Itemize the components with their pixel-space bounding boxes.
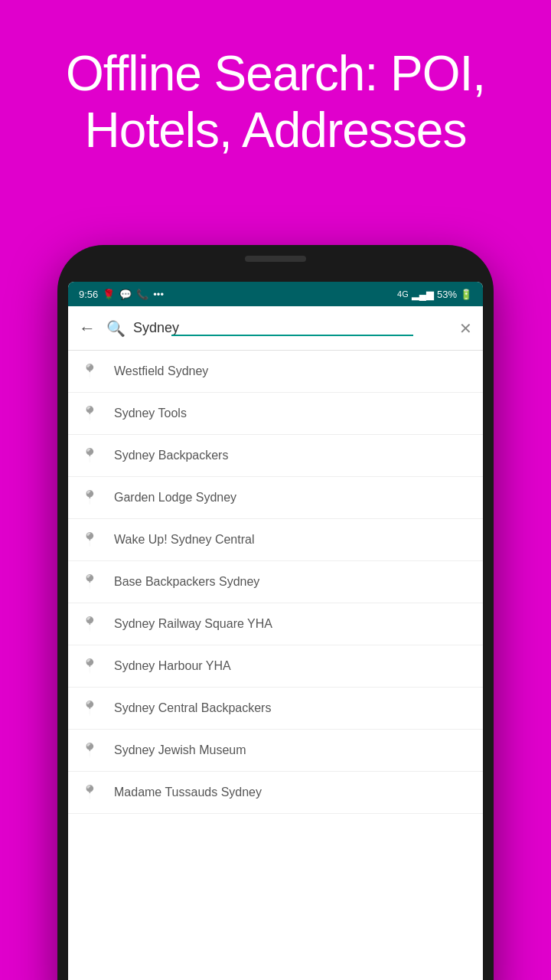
location-pin-icon: 📍: [80, 531, 99, 548]
location-pin-icon: 📍: [80, 616, 99, 632]
location-pin-icon: 📍: [80, 700, 99, 717]
list-item[interactable]: 📍Sydney Tools: [68, 393, 483, 435]
location-pin-icon: 📍: [80, 742, 99, 759]
results-list: 📍Westfield Sydney📍Sydney Tools📍Sydney Ba…: [68, 351, 483, 980]
message-icon: 💬: [119, 289, 132, 300]
result-name-label: Sydney Harbour YHA: [114, 659, 231, 673]
clear-button[interactable]: ✕: [459, 319, 472, 338]
location-pin-icon: 📍: [80, 363, 99, 380]
phone-mockup: 9:56 🌹 💬 📞 ••• 4G ▂▄▆ 53% 🔋 ← 🔍: [57, 245, 494, 980]
battery-text: 53%: [437, 289, 457, 300]
location-pin-icon: 📍: [80, 405, 99, 422]
status-time: 9:56: [79, 289, 98, 300]
list-item[interactable]: 📍Base Backpackers Sydney: [68, 561, 483, 603]
result-name-label: Sydney Tools: [114, 407, 187, 420]
list-item[interactable]: 📍Wake Up! Sydney Central: [68, 519, 483, 561]
list-item[interactable]: 📍Westfield Sydney: [68, 351, 483, 393]
result-name-label: Sydney Railway Square YHA: [114, 617, 272, 631]
result-name-label: Sydney Jewish Museum: [114, 743, 246, 757]
location-pin-icon: 📍: [80, 447, 99, 464]
signal-icon: ▂▄▆: [412, 289, 434, 300]
result-name-label: Wake Up! Sydney Central: [114, 533, 254, 547]
list-item[interactable]: 📍Sydney Backpackers: [68, 435, 483, 477]
phone-icon: 📞: [136, 289, 148, 300]
list-item[interactable]: 📍Sydney Harbour YHA: [68, 645, 483, 688]
search-input-container[interactable]: Sydney: [133, 320, 452, 336]
search-input[interactable]: Sydney: [133, 320, 452, 336]
phone-shell: 9:56 🌹 💬 📞 ••• 4G ▂▄▆ 53% 🔋 ← 🔍: [57, 245, 494, 980]
flame-icon: 🌹: [103, 289, 115, 300]
list-item[interactable]: 📍Garden Lodge Sydney: [68, 477, 483, 519]
network-icon: 4G: [397, 289, 409, 299]
battery-icon: 🔋: [460, 289, 472, 300]
status-right: 4G ▂▄▆ 53% 🔋: [397, 289, 472, 300]
dots-icon: •••: [153, 289, 164, 300]
search-icon: 🔍: [106, 319, 126, 338]
status-bar: 9:56 🌹 💬 📞 ••• 4G ▂▄▆ 53% 🔋: [68, 282, 483, 306]
hero-title: Offline Search: POI, Hotels, Addresses: [31, 46, 520, 158]
back-button[interactable]: ←: [79, 318, 96, 338]
result-name-label: Base Backpackers Sydney: [114, 575, 259, 589]
location-pin-icon: 📍: [80, 573, 99, 590]
result-name-label: Madame Tussauds Sydney: [114, 786, 262, 799]
search-bar[interactable]: ← 🔍 Sydney ✕: [68, 306, 483, 351]
list-item[interactable]: 📍Sydney Central Backpackers: [68, 688, 483, 730]
result-name-label: Sydney Backpackers: [114, 449, 228, 462]
list-item[interactable]: 📍Madame Tussauds Sydney: [68, 772, 483, 814]
result-name-label: Westfield Sydney: [114, 364, 208, 378]
status-left: 9:56 🌹 💬 📞 •••: [79, 289, 164, 300]
list-item[interactable]: 📍Sydney Jewish Museum: [68, 730, 483, 772]
phone-screen: 9:56 🌹 💬 📞 ••• 4G ▂▄▆ 53% 🔋 ← 🔍: [68, 282, 483, 980]
hero-section: Offline Search: POI, Hotels, Addresses: [0, 0, 551, 189]
phone-top-bar: [245, 256, 306, 262]
location-pin-icon: 📍: [80, 784, 99, 801]
result-name-label: Sydney Central Backpackers: [114, 701, 271, 715]
location-pin-icon: 📍: [80, 658, 99, 675]
location-pin-icon: 📍: [80, 489, 99, 506]
list-item[interactable]: 📍Sydney Railway Square YHA: [68, 603, 483, 645]
search-underline: [171, 335, 413, 336]
result-name-label: Garden Lodge Sydney: [114, 491, 236, 505]
